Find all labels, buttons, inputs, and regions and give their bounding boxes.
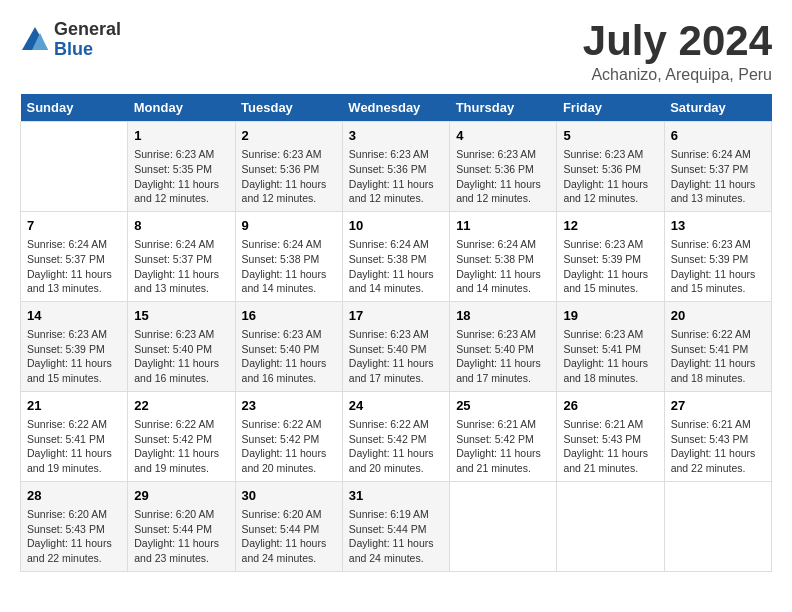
cell-text: and 14 minutes. <box>456 281 550 296</box>
cell-text: Daylight: 11 hours <box>27 446 121 461</box>
cell-text: Sunrise: 6:21 AM <box>563 417 657 432</box>
cell-text: Daylight: 11 hours <box>134 356 228 371</box>
day-number: 15 <box>134 307 228 325</box>
cell-text: Sunrise: 6:23 AM <box>27 327 121 342</box>
calendar-cell: 30Sunrise: 6:20 AMSunset: 5:44 PMDayligh… <box>235 481 342 571</box>
calendar-cell <box>21 122 128 212</box>
day-number: 11 <box>456 217 550 235</box>
calendar-cell: 16Sunrise: 6:23 AMSunset: 5:40 PMDayligh… <box>235 301 342 391</box>
calendar-cell: 29Sunrise: 6:20 AMSunset: 5:44 PMDayligh… <box>128 481 235 571</box>
cell-text: Sunset: 5:44 PM <box>349 522 443 537</box>
cell-text: Sunrise: 6:24 AM <box>134 237 228 252</box>
cell-text: Daylight: 11 hours <box>27 267 121 282</box>
cell-text: and 14 minutes. <box>242 281 336 296</box>
cell-text: Sunrise: 6:23 AM <box>563 147 657 162</box>
cell-text: Sunset: 5:43 PM <box>671 432 765 447</box>
day-number: 25 <box>456 397 550 415</box>
header-sunday: Sunday <box>21 94 128 122</box>
cell-text: Sunset: 5:43 PM <box>27 522 121 537</box>
cell-text: Daylight: 11 hours <box>671 356 765 371</box>
cell-text: and 13 minutes. <box>27 281 121 296</box>
cell-text: and 19 minutes. <box>27 461 121 476</box>
cell-text: Daylight: 11 hours <box>671 267 765 282</box>
cell-text: Daylight: 11 hours <box>134 177 228 192</box>
cell-text: and 15 minutes. <box>671 281 765 296</box>
week-row-3: 14Sunrise: 6:23 AMSunset: 5:39 PMDayligh… <box>21 301 772 391</box>
calendar-cell: 1Sunrise: 6:23 AMSunset: 5:35 PMDaylight… <box>128 122 235 212</box>
calendar-cell: 11Sunrise: 6:24 AMSunset: 5:38 PMDayligh… <box>450 211 557 301</box>
calendar-table: SundayMondayTuesdayWednesdayThursdayFrid… <box>20 94 772 572</box>
logo-general-text: General <box>54 20 121 40</box>
day-number: 6 <box>671 127 765 145</box>
calendar-cell: 7Sunrise: 6:24 AMSunset: 5:37 PMDaylight… <box>21 211 128 301</box>
day-number: 1 <box>134 127 228 145</box>
cell-text: Sunset: 5:40 PM <box>134 342 228 357</box>
week-row-1: 1Sunrise: 6:23 AMSunset: 5:35 PMDaylight… <box>21 122 772 212</box>
cell-text: Sunset: 5:39 PM <box>27 342 121 357</box>
day-number: 31 <box>349 487 443 505</box>
cell-text: Daylight: 11 hours <box>563 177 657 192</box>
cell-text: Sunrise: 6:23 AM <box>456 147 550 162</box>
subtitle: Achanizo, Arequipa, Peru <box>583 66 772 84</box>
cell-text: Sunset: 5:36 PM <box>563 162 657 177</box>
cell-text: Sunrise: 6:20 AM <box>27 507 121 522</box>
day-number: 10 <box>349 217 443 235</box>
cell-text: Sunset: 5:40 PM <box>242 342 336 357</box>
cell-text: and 13 minutes. <box>671 191 765 206</box>
day-number: 2 <box>242 127 336 145</box>
cell-text: Sunrise: 6:24 AM <box>456 237 550 252</box>
cell-text: Daylight: 11 hours <box>134 267 228 282</box>
cell-text: Sunset: 5:36 PM <box>456 162 550 177</box>
day-number: 24 <box>349 397 443 415</box>
cell-text: Sunset: 5:42 PM <box>242 432 336 447</box>
header-friday: Friday <box>557 94 664 122</box>
cell-text: and 12 minutes. <box>349 191 443 206</box>
cell-text: and 19 minutes. <box>134 461 228 476</box>
day-number: 27 <box>671 397 765 415</box>
day-number: 26 <box>563 397 657 415</box>
cell-text: Sunset: 5:42 PM <box>349 432 443 447</box>
week-row-2: 7Sunrise: 6:24 AMSunset: 5:37 PMDaylight… <box>21 211 772 301</box>
day-number: 3 <box>349 127 443 145</box>
calendar-cell: 24Sunrise: 6:22 AMSunset: 5:42 PMDayligh… <box>342 391 449 481</box>
cell-text: Sunrise: 6:23 AM <box>242 327 336 342</box>
calendar-cell: 9Sunrise: 6:24 AMSunset: 5:38 PMDaylight… <box>235 211 342 301</box>
logo-text: General Blue <box>54 20 121 60</box>
cell-text: Sunrise: 6:22 AM <box>134 417 228 432</box>
day-number: 8 <box>134 217 228 235</box>
calendar-body: 1Sunrise: 6:23 AMSunset: 5:35 PMDaylight… <box>21 122 772 572</box>
cell-text: Sunrise: 6:23 AM <box>134 147 228 162</box>
cell-text: Daylight: 11 hours <box>456 177 550 192</box>
page-header: General Blue July 2024 Achanizo, Arequip… <box>20 20 772 84</box>
cell-text: Daylight: 11 hours <box>134 446 228 461</box>
calendar-cell: 10Sunrise: 6:24 AMSunset: 5:38 PMDayligh… <box>342 211 449 301</box>
header-saturday: Saturday <box>664 94 771 122</box>
cell-text: Daylight: 11 hours <box>563 356 657 371</box>
header-wednesday: Wednesday <box>342 94 449 122</box>
cell-text: Sunrise: 6:22 AM <box>27 417 121 432</box>
cell-text: Daylight: 11 hours <box>27 356 121 371</box>
cell-text: Sunrise: 6:23 AM <box>349 327 443 342</box>
cell-text: Sunrise: 6:22 AM <box>671 327 765 342</box>
cell-text: Daylight: 11 hours <box>456 356 550 371</box>
cell-text: Sunset: 5:39 PM <box>563 252 657 267</box>
calendar-cell: 3Sunrise: 6:23 AMSunset: 5:36 PMDaylight… <box>342 122 449 212</box>
cell-text: Sunset: 5:37 PM <box>27 252 121 267</box>
cell-text: Sunrise: 6:22 AM <box>349 417 443 432</box>
calendar-cell: 12Sunrise: 6:23 AMSunset: 5:39 PMDayligh… <box>557 211 664 301</box>
calendar-cell: 4Sunrise: 6:23 AMSunset: 5:36 PMDaylight… <box>450 122 557 212</box>
cell-text: Sunset: 5:42 PM <box>134 432 228 447</box>
cell-text: Sunset: 5:43 PM <box>563 432 657 447</box>
day-number: 28 <box>27 487 121 505</box>
day-number: 18 <box>456 307 550 325</box>
cell-text: Daylight: 11 hours <box>242 446 336 461</box>
cell-text: Sunrise: 6:21 AM <box>671 417 765 432</box>
day-number: 13 <box>671 217 765 235</box>
header-tuesday: Tuesday <box>235 94 342 122</box>
calendar-cell: 31Sunrise: 6:19 AMSunset: 5:44 PMDayligh… <box>342 481 449 571</box>
cell-text: Sunset: 5:44 PM <box>242 522 336 537</box>
cell-text: Sunrise: 6:24 AM <box>242 237 336 252</box>
calendar-cell <box>664 481 771 571</box>
cell-text: Daylight: 11 hours <box>671 177 765 192</box>
cell-text: Daylight: 11 hours <box>456 267 550 282</box>
